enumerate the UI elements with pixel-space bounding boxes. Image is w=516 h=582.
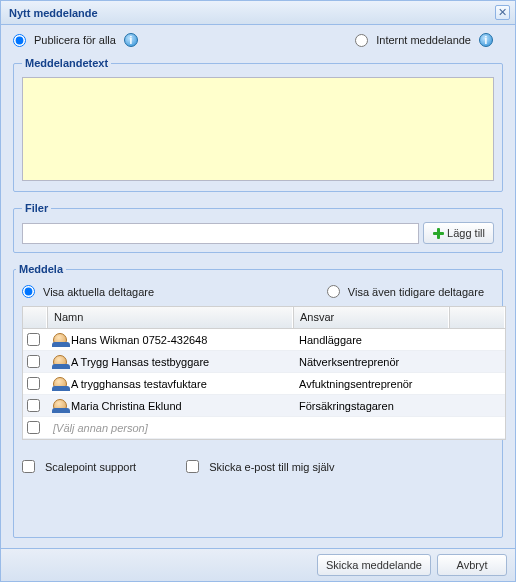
dialog-title: Nytt meddelande (9, 7, 98, 19)
internal-radio[interactable] (355, 34, 368, 47)
notify-legend: Meddela (16, 263, 66, 275)
message-textarea[interactable] (22, 77, 494, 181)
row-role: Handläggare (293, 334, 449, 346)
table-row[interactable]: A Trygg Hansas testbyggare Nätverksentre… (23, 351, 505, 373)
col-header-checkbox[interactable] (23, 307, 47, 328)
send-label: Skicka meddelande (326, 559, 422, 571)
row-checkbox[interactable] (27, 333, 40, 346)
show-previous-radio[interactable] (327, 285, 340, 298)
row-name: Maria Christina Eklund (71, 400, 182, 412)
add-file-button[interactable]: Lägg till (423, 222, 494, 244)
row-name: Hans Wikman 0752-432648 (71, 334, 207, 346)
message-fieldset: Meddelandetext (13, 57, 503, 192)
person-icon (53, 399, 67, 413)
row-role: Nätverksentreprenör (293, 356, 449, 368)
internal-label: Internt meddelande (376, 34, 471, 46)
show-previous-label: Visa även tidigare deltagare (348, 286, 484, 298)
placeholder-row-text: [Välj annan person] (53, 422, 148, 434)
cancel-button[interactable]: Avbryt (437, 554, 507, 576)
person-icon (53, 333, 67, 347)
footer: Skicka meddelande Avbryt (1, 548, 515, 581)
cancel-label: Avbryt (457, 559, 488, 571)
show-current-label: Visa aktuella deltagare (43, 286, 154, 298)
row-checkbox[interactable] (27, 355, 40, 368)
row-checkbox[interactable] (27, 377, 40, 390)
row-role: Försäkringstagaren (293, 400, 449, 412)
options-row: Scalepoint support Skicka e-post till mi… (22, 460, 500, 473)
plus-icon (432, 227, 444, 239)
scalepoint-label: Scalepoint support (45, 461, 136, 473)
close-icon: ✕ (498, 7, 507, 18)
files-fieldset: Filer Lägg till (13, 202, 503, 253)
show-current-radio[interactable] (22, 285, 35, 298)
table-row[interactable]: A trygghansas testavfuktare Avfuktningse… (23, 373, 505, 395)
person-icon (53, 355, 67, 369)
dialog-body: Publicera för alla i Internt meddelande … (1, 25, 515, 548)
titlebar: Nytt meddelande ✕ (1, 1, 515, 25)
col-header-name[interactable]: Namn (47, 307, 293, 328)
file-path-input[interactable] (22, 223, 419, 244)
dialog: Nytt meddelande ✕ Publicera för alla i I… (0, 0, 516, 582)
email-self-label: Skicka e-post till mig själv (209, 461, 334, 473)
row-name: A Trygg Hansas testbyggare (71, 356, 209, 368)
publish-all-radio[interactable] (13, 34, 26, 47)
notify-fieldset: Meddela Visa aktuella deltagare Visa äve… (13, 263, 503, 538)
person-icon (53, 377, 67, 391)
row-role: Avfuktningsentreprenör (293, 378, 449, 390)
participants-table: Namn Ansvar Hans Wikman 0752-432648 Hand… (22, 306, 506, 440)
table-row[interactable]: Hans Wikman 0752-432648 Handläggare (23, 329, 505, 351)
table-row-placeholder[interactable]: [Välj annan person] (23, 417, 505, 439)
info-icon[interactable]: i (124, 33, 138, 47)
message-legend: Meddelandetext (22, 57, 111, 69)
scalepoint-checkbox[interactable] (22, 460, 35, 473)
publish-all-label: Publicera för alla (34, 34, 116, 46)
row-name: A trygghansas testavfuktare (71, 378, 207, 390)
row-checkbox[interactable] (27, 399, 40, 412)
close-button[interactable]: ✕ (495, 5, 510, 20)
col-header-blank (449, 307, 505, 328)
row-checkbox[interactable] (27, 421, 40, 434)
table-row[interactable]: Maria Christina Eklund Försäkringstagare… (23, 395, 505, 417)
publish-mode-row: Publicera för alla i Internt meddelande … (13, 33, 503, 47)
send-button[interactable]: Skicka meddelande (317, 554, 431, 576)
email-self-checkbox[interactable] (186, 460, 199, 473)
scalepoint-option[interactable]: Scalepoint support (22, 460, 136, 473)
col-header-role[interactable]: Ansvar (293, 307, 449, 328)
files-legend: Filer (22, 202, 51, 214)
table-header: Namn Ansvar (23, 307, 505, 329)
info-icon[interactable]: i (479, 33, 493, 47)
add-file-label: Lägg till (447, 227, 485, 239)
email-self-option[interactable]: Skicka e-post till mig själv (186, 460, 334, 473)
